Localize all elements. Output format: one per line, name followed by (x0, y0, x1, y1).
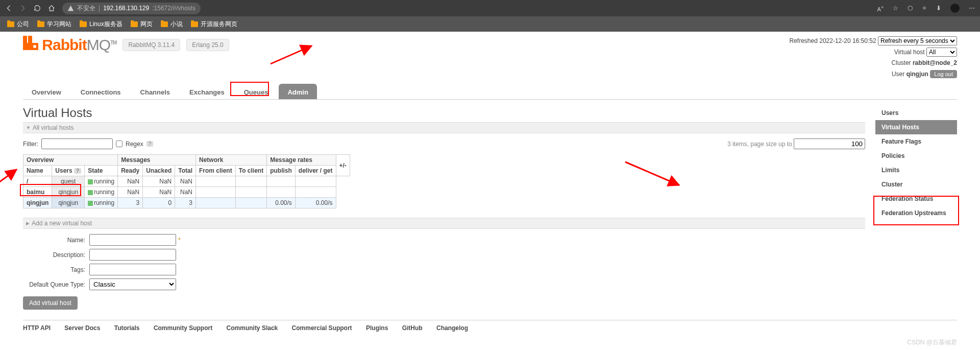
sidebar-item-feature-flags[interactable]: Feature Flags (875, 134, 957, 149)
back-icon[interactable] (5, 5, 12, 12)
tab-admin[interactable]: Admin (279, 84, 316, 99)
name-input[interactable] (89, 234, 176, 246)
bookmark-item[interactable]: 公司 (7, 20, 29, 29)
refresh-select[interactable]: Refresh every 5 seconds (878, 36, 957, 45)
folder-icon (80, 21, 87, 27)
admin-sidebar: Users Virtual Hosts Feature Flags Polici… (875, 106, 957, 310)
sidebar-item-federation-status[interactable]: Federation Status (875, 192, 957, 206)
footer-link[interactable]: GitHub (402, 324, 423, 332)
bookmark-item[interactable]: 网页 (131, 20, 153, 29)
tab-queues[interactable]: Queues (235, 84, 277, 99)
sidebar-item-vhosts[interactable]: Virtual Hosts (875, 120, 957, 134)
watermark: CSDN @百慕倾君 (907, 338, 957, 342)
logo: RabbitMQTM (23, 36, 116, 54)
bookmark-item[interactable]: 小说 (161, 20, 183, 29)
folder-icon (37, 21, 44, 27)
table-row[interactable]: / guest running NaNNaNNaN (23, 176, 350, 187)
folder-icon (131, 21, 138, 27)
browser-toolbar: 不安全 | 192.168.130.129:15672/#/vhosts A» … (0, 0, 980, 16)
expand-icon: ▶ (26, 221, 30, 226)
more-icon[interactable]: ⋯ (969, 5, 975, 12)
bookmarks-bar: 公司 学习网站 Linux服务器 网页 小说 开源服务网页 (0, 16, 980, 32)
url-path: :15672/#/vhosts (152, 5, 195, 12)
erlang-badge: Erlang 25.0 (186, 39, 229, 51)
footer-link[interactable]: HTTP API (23, 324, 51, 332)
sidebar-item-limits[interactable]: Limits (875, 163, 957, 177)
sidebar-item-cluster[interactable]: Cluster (875, 177, 957, 192)
version-badge: RabbitMQ 3.11.4 (122, 39, 180, 51)
columns-toggle[interactable]: +/- (336, 155, 350, 176)
text-size-icon[interactable]: A» (877, 5, 884, 12)
sidebar-item-federation-upstreams[interactable]: Federation Upstreams (875, 206, 957, 220)
home-icon[interactable] (48, 5, 55, 12)
description-input[interactable] (89, 249, 176, 261)
footer-link[interactable]: Commercial Support (292, 324, 352, 332)
help-icon[interactable]: ? (146, 141, 154, 147)
vhost-select[interactable]: All (926, 48, 957, 57)
security-label: 不安全 (77, 4, 95, 13)
status-block: Refreshed 2022-12-20 16:50:52 Refresh ev… (790, 36, 958, 80)
tags-input[interactable] (89, 264, 176, 275)
folder-icon (191, 21, 198, 27)
svg-line-1 (0, 170, 16, 190)
forward-icon[interactable] (19, 5, 27, 12)
folder-icon (161, 21, 168, 27)
footer-link[interactable]: Changelog (436, 324, 468, 332)
svg-point-6 (33, 45, 36, 48)
download-icon[interactable]: ⬇ (936, 5, 941, 12)
footer-link[interactable]: Server Docs (64, 324, 100, 332)
table-row[interactable]: qingjun qingjun running 303 0.00/s0.00/s (23, 198, 350, 208)
url-host: 192.168.130.129 (103, 5, 149, 12)
favorite-icon[interactable]: ☆ (893, 5, 898, 12)
sidebar-item-policies[interactable]: Policies (875, 149, 957, 163)
warning-icon (67, 5, 74, 12)
add-vhost-button[interactable]: Add virtual host (23, 296, 78, 310)
sidebar-item-users[interactable]: Users (875, 106, 957, 120)
tab-channels[interactable]: Channels (132, 84, 179, 99)
bookmark-item[interactable]: 学习网站 (37, 20, 71, 29)
svg-rect-3 (23, 36, 27, 43)
queue-type-select[interactable]: Classic (89, 278, 176, 290)
bookmark-item[interactable]: 开源服务网页 (191, 20, 237, 29)
folder-icon (7, 21, 14, 27)
footer-link[interactable]: Tutorials (114, 324, 140, 332)
rabbitmq-icon (23, 36, 38, 50)
page-size-input[interactable] (794, 138, 865, 149)
extension-icon[interactable]: ⬡ (908, 5, 913, 12)
help-icon[interactable]: ? (74, 168, 81, 174)
logout-button[interactable]: Log out (930, 70, 957, 78)
section-add-vhost[interactable]: ▶ Add a new virtual host (23, 218, 865, 229)
collections-icon[interactable]: ✧ (922, 5, 927, 12)
tab-overview[interactable]: Overview (23, 84, 70, 99)
footer-link[interactable]: Plugins (366, 324, 388, 332)
address-bar[interactable]: 不安全 | 192.168.130.129:15672/#/vhosts (62, 3, 201, 14)
section-all-vhosts[interactable]: ▼ All virtual hosts (23, 122, 865, 133)
vhosts-table: Overview Messages Network Message rates … (23, 154, 350, 208)
svg-rect-4 (28, 36, 32, 43)
filter-label: Filter: (23, 141, 38, 148)
filter-input[interactable] (41, 138, 113, 149)
collapse-icon: ▼ (26, 125, 31, 130)
footer-link[interactable]: Community Slack (227, 324, 278, 332)
regex-checkbox[interactable] (116, 141, 122, 147)
main-nav: Overview Connections Channels Exchanges … (23, 84, 957, 100)
footer: HTTP API Server Docs Tutorials Community… (23, 320, 957, 332)
tab-exchanges[interactable]: Exchanges (181, 84, 233, 99)
footer-link[interactable]: Community Support (154, 324, 212, 332)
bookmark-item[interactable]: Linux服务器 (80, 20, 122, 29)
avatar[interactable] (950, 4, 960, 13)
table-row[interactable]: baimu qingjun running NaNNaNNaN (23, 187, 350, 198)
tab-connections[interactable]: Connections (72, 84, 130, 99)
page-title: Virtual Hosts (23, 106, 865, 120)
refresh-icon[interactable] (34, 5, 41, 12)
